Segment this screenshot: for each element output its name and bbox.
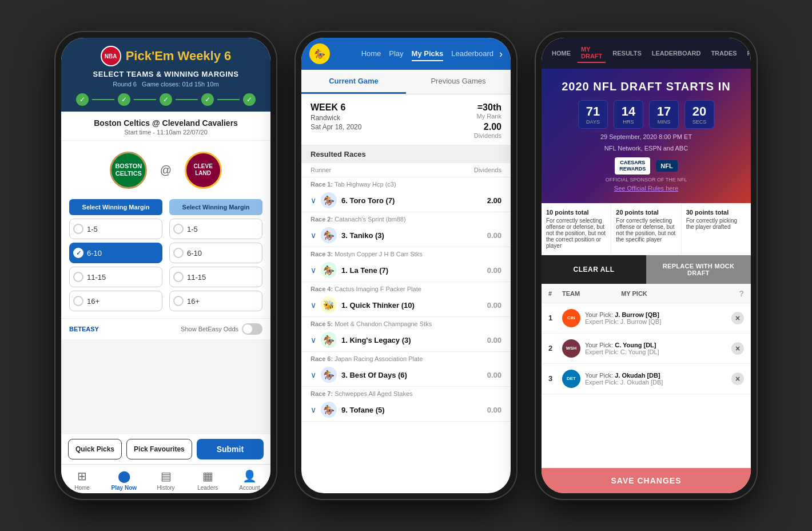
pick-num-1: 1 (548, 314, 562, 322)
select-margin-header-right[interactable]: Select Winning Margin (169, 199, 262, 215)
tab-home[interactable]: Home (361, 47, 381, 61)
tab-home[interactable]: HOME (548, 47, 574, 59)
p2-header: 🏇 Home Play My Picks Leaderboard › (301, 38, 511, 70)
runner-name-1: 6. Toro Toro (7) (341, 196, 395, 205)
nav-account[interactable]: 👤 Account (229, 469, 270, 491)
nav-play-now[interactable]: ⬤ Play Now (103, 469, 145, 491)
p2-body: WEEK 6 Randwick Sat Apr 18, 2020 =30th M… (301, 94, 511, 493)
pick-num-3: 3 (548, 374, 562, 383)
chevron-icon-3[interactable]: ∨ (311, 266, 316, 275)
caesars-logo: CAESARSREWARDS (615, 157, 650, 175)
runner-name-5: 1. King's Legacy (3) (341, 336, 411, 344)
save-changes-button[interactable]: SAVE CHANGES (542, 468, 751, 493)
select-margin-header-left[interactable]: Select Winning Margin (69, 199, 162, 215)
subtab-current-game[interactable]: Current Game (301, 70, 406, 94)
p1-title: Pick'Em Weekly 6 (126, 49, 232, 64)
tab-prizes[interactable]: PRIZES (744, 47, 751, 59)
chevron-icon-6[interactable]: ∨ (311, 370, 316, 379)
margin-btn-16-left[interactable]: 16+ (69, 291, 162, 311)
progress-dot-5: ✓ (243, 93, 256, 106)
margin-btn-6-10-left[interactable]: 6-10 (69, 243, 162, 263)
chevron-icon-2[interactable]: ∨ (311, 231, 316, 240)
week-date: Sat Apr 18, 2020 (311, 123, 361, 131)
submit-button[interactable]: Submit (197, 439, 264, 459)
tab-leaderboard[interactable]: LEADERBOARD (648, 47, 704, 59)
point-box-30: 30 points total For correctly picking th… (682, 203, 751, 255)
dividend-6: 0.00 (487, 371, 501, 379)
nav-leaders[interactable]: ▦ Leaders (187, 469, 229, 491)
progress-dot-4: ✓ (201, 93, 214, 106)
p1-round: Round 6 Game closes: 01d 15h 10m (70, 81, 261, 88)
margin-btn-1-5-left[interactable]: 1-5 (69, 219, 162, 239)
dividend-3: 0.00 (487, 266, 501, 275)
tab-leaderboard[interactable]: Leaderboard (451, 47, 493, 61)
countdown-hrs: 14 HRS (614, 100, 643, 129)
pick-favourites-button[interactable]: Pick Favourites (126, 439, 192, 459)
remove-pick-3-button[interactable]: × (731, 373, 744, 385)
rank-value: =30th (474, 102, 501, 113)
p1-progress-bar: ✓ ✓ ✓ ✓ ✓ (70, 93, 261, 106)
resulted-header: Resulted Races (301, 145, 511, 163)
radio-16-right (173, 296, 184, 306)
jockey-icon-3: 🏇 (321, 262, 337, 278)
chevron-icon-5[interactable]: ∨ (311, 335, 316, 344)
countdown-mins: 17 MINS (649, 100, 679, 129)
at-symbol: @ (160, 164, 172, 177)
margin-btn-16-right[interactable]: 16+ (169, 291, 262, 311)
runner-name-6: 3. Best Of Days (6) (341, 371, 407, 379)
p1-subtitle: SELECT TEAMS & WINNING MARGINS (70, 70, 261, 78)
rules-link[interactable]: See Official Rules here (551, 185, 742, 192)
margin-btn-11-15-left[interactable]: 11-15 (69, 267, 162, 287)
race-group-6: Race 6: Japan Racing Association Plate ∨… (301, 352, 511, 387)
margin-btn-6-10-right[interactable]: 6-10 (169, 243, 262, 263)
chevron-icon-4[interactable]: ∨ (311, 300, 316, 310)
clear-all-button[interactable]: CLEAR ALL (542, 255, 646, 284)
more-icon[interactable]: › (499, 48, 503, 60)
race-row-7: ∨ 🏇 9. Tofane (5) 0.00 (301, 398, 511, 421)
tab-results[interactable]: RESULTS (609, 47, 645, 59)
tab-play[interactable]: Play (389, 47, 403, 61)
pick-rows: 1 CIN Your Pick: J. Burrow [QB] Expert P… (542, 303, 751, 468)
race-group-7: Race 7: Schweppes All Aged Stakes ∨ 🏇 9.… (301, 387, 511, 422)
help-icon[interactable]: ? (739, 289, 744, 298)
jockey-icon-7: 🏇 (321, 402, 337, 418)
nav-history[interactable]: ▤ History (145, 469, 186, 491)
tab-my-draft[interactable]: MY DRAFT (578, 43, 606, 63)
celtics-logo: BOSTONCELTICS (109, 150, 149, 190)
race-group-5: Race 5: Moet & Chandon Champagne Stks ∨ … (301, 317, 511, 352)
cavaliers-logo: CLEVELAND (183, 150, 223, 190)
radio-11-15-right (173, 272, 184, 282)
chevron-icon-1[interactable]: ∨ (311, 196, 316, 205)
tab-my-picks[interactable]: My Picks (412, 47, 444, 61)
p1-logo-area: NBA Pick'Em Weekly 6 (70, 46, 261, 66)
tab-trades[interactable]: TRADES (707, 47, 740, 59)
margin-btn-1-5-right[interactable]: 1-5 (169, 219, 262, 239)
bengals-logo: CIN (562, 309, 580, 327)
race-name-6: Race 6: Japan Racing Association Plate (301, 352, 511, 363)
th-team: TEAM (562, 290, 621, 297)
quick-picks-button[interactable]: Quick Picks (68, 439, 122, 459)
runner-name-7: 9. Tofane (5) (341, 406, 385, 414)
dividend-1: 2.00 (487, 196, 501, 205)
jockey-icon-2: 🏇 (321, 227, 337, 243)
p3-banner: 2020 NFL DRAFT STARTS IN 71 DAYS 14 HRS … (542, 69, 751, 203)
margin-btn-11-15-right[interactable]: 11-15 (169, 267, 262, 287)
show-odds-toggle[interactable]: Show BetEasy Odds (181, 323, 262, 335)
chevron-icon-7[interactable]: ∨ (311, 405, 316, 414)
remove-pick-1-button[interactable]: × (731, 312, 744, 324)
beteasy-bar: BETEASY Show BetEasy Odds (61, 318, 270, 339)
remove-pick-2-button[interactable]: × (731, 342, 744, 355)
nav-home[interactable]: ⊞ Home (61, 469, 103, 491)
race-row-2: ∨ 🏇 3. Taniko (3) 0.00 (301, 224, 511, 247)
play-now-icon: ⬤ (118, 469, 130, 483)
replace-mock-draft-button[interactable]: REPLACE WITH MOCK DRAFT (646, 255, 751, 284)
subtab-previous-games[interactable]: Previous Games (406, 70, 511, 94)
pick-text-3: Your Pick: J. Okudah [DB] Expert Pick: J… (585, 372, 729, 386)
phone-1: NBA Pick'Em Weekly 6 SELECT TEAMS & WINN… (54, 31, 277, 500)
lions-logo: DET (562, 370, 580, 388)
jockey-icon-1: 🏇 (321, 192, 337, 208)
toggle-switch-icon[interactable] (242, 323, 262, 335)
account-icon: 👤 (242, 469, 257, 483)
left-margin-col: Select Winning Margin 1-5 6-10 11-15 (69, 199, 162, 311)
bottom-actions: Quick Picks Pick Favourites Submit (61, 434, 270, 464)
